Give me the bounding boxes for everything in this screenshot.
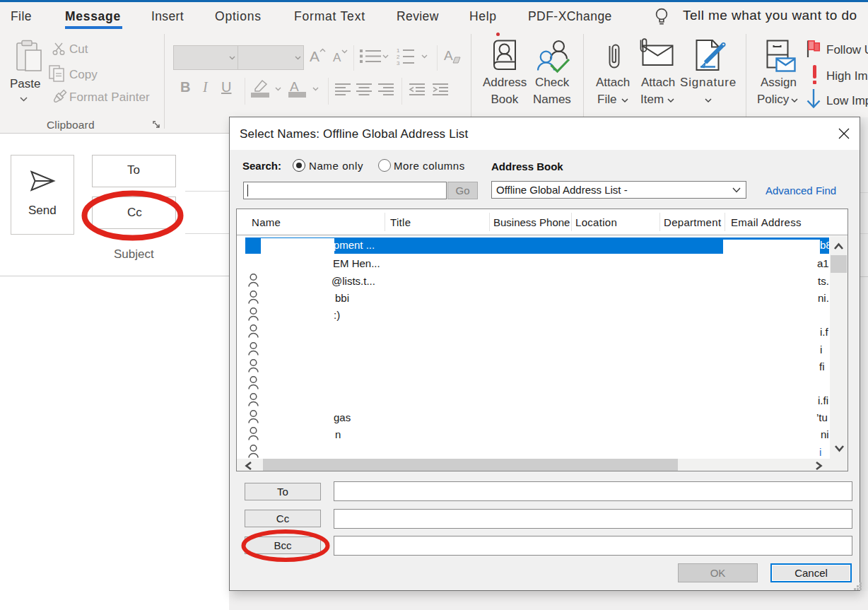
svg-text:1: 1 [397, 47, 400, 54]
svg-text:3: 3 [397, 60, 400, 66]
svg-text:2: 2 [397, 54, 400, 60]
